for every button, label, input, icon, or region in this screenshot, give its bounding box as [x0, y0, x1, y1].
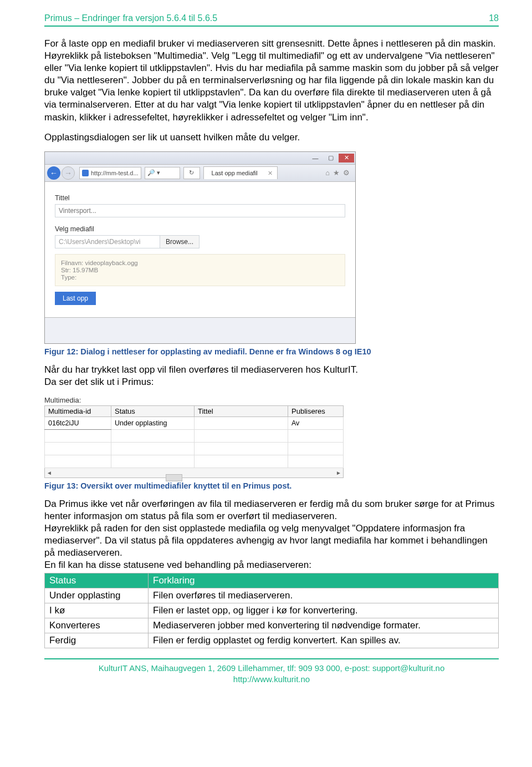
paragraph-5: Høyreklikk på raden for den sist opplast… [44, 522, 499, 559]
tools-icon[interactable]: ⚙ [343, 169, 350, 177]
footer-text: KulturIT ANS, Maihaugvegen 1, 2609 Lille… [99, 663, 372, 673]
table-row[interactable] [45, 429, 344, 442]
scroll-thumb[interactable] [166, 474, 182, 481]
table-row[interactable]: 016tc2iJU Under opplasting Av [45, 416, 344, 429]
maximize-icon[interactable]: ▢ [323, 154, 339, 162]
multimedia-table: Multimedia-id Status Tittel Publiseres 0… [44, 405, 344, 468]
minimize-icon[interactable]: — [308, 154, 323, 162]
file-path-input[interactable] [55, 235, 160, 248]
file-info-box: Filnavn: videoplayback.ogg Str: 15.97MB … [55, 254, 345, 286]
figure-13-caption: Figur 13: Oversikt over multimediafiler … [44, 481, 499, 490]
tab-close-icon[interactable]: ✕ [268, 170, 273, 177]
table-row: Under opplastingFilen overføres til medi… [45, 588, 499, 603]
page-footer: KulturIT ANS, Maihaugvegen 1, 2609 Lille… [44, 663, 499, 685]
table-row: KonverteresMediaserveren jobber med konv… [45, 618, 499, 633]
title-input[interactable] [55, 204, 345, 217]
back-icon[interactable]: ← [47, 166, 60, 180]
scroll-right-icon[interactable]: ► [334, 470, 343, 476]
close-icon[interactable]: ✕ [339, 154, 354, 162]
url-text: http://mm-test.d... [91, 170, 139, 176]
filesize-line: Str: 15.97MB [61, 267, 339, 273]
cell-id: 016tc2iJU [45, 416, 111, 429]
col-publish[interactable]: Publiseres [288, 405, 344, 416]
header-rule [44, 26, 499, 27]
title-label: Tittel [55, 194, 345, 202]
browser-footer [45, 317, 355, 343]
refresh-icon[interactable]: ↻ [183, 167, 200, 179]
paragraph-3a: Når du har trykket last opp vil filen ov… [44, 364, 499, 376]
favicon-icon [82, 170, 89, 176]
scroll-left-icon[interactable]: ◄ [45, 470, 54, 476]
paragraph-6: En fil kan ha disse statusene ved behand… [44, 559, 499, 571]
col-status[interactable]: Status [111, 405, 195, 416]
col-title[interactable]: Tittel [195, 405, 288, 416]
upload-form: Tittel Velg mediafil Browse... Filnavn: … [45, 182, 355, 317]
col-id[interactable]: Multimedia-id [45, 405, 111, 416]
filetype-line: Type: [61, 274, 339, 281]
primus-grid-screenshot: Multimedia: Multimedia-id Status Tittel … [44, 396, 344, 478]
table-row: I køFilen er lastet opp, og ligger i kø … [45, 603, 499, 618]
browse-button[interactable]: Browse... [160, 235, 200, 248]
cell-status: Under opplasting [111, 416, 195, 429]
table-row[interactable] [45, 455, 344, 468]
header-title: Primus – Endringer fra versjon 5.6.4 til… [44, 13, 217, 23]
paragraph-3b: Da ser det slik ut i Primus: [44, 376, 499, 388]
window-titlebar: — ▢ ✕ [45, 152, 355, 165]
tab-label: Last opp mediafil [212, 170, 258, 176]
table-row: FerdigFilen er ferdig opplastet og ferdi… [45, 633, 499, 648]
paragraph-2: Opplastingsdialogen ser lik ut uansett h… [44, 131, 499, 144]
paragraph-1: For å laste opp en mediafil bruker vi me… [44, 38, 499, 124]
forward-icon[interactable]: → [62, 166, 75, 180]
filename-line: Filnavn: videoplayback.ogg [61, 260, 339, 266]
table-row[interactable] [45, 442, 344, 455]
footer-email-link[interactable]: support@kulturit.no [372, 663, 444, 673]
page-number: 18 [489, 13, 499, 23]
address-bar[interactable]: http://mm-test.d... [79, 167, 141, 179]
grid-title: Multimedia: [44, 396, 344, 404]
paragraph-4: Da Primus ikke vet når overføringen av f… [44, 498, 499, 522]
footer-rule [44, 658, 499, 659]
browser-toolbar: ← → http://mm-test.d... 🔎 ▾ ↻ Last opp m… [45, 165, 355, 182]
file-label: Velg mediafil [55, 225, 345, 233]
cell-publish: Av [288, 416, 344, 429]
browser-tab[interactable]: Last opp mediafil ✕ [203, 166, 278, 179]
upload-button[interactable]: Last opp [55, 292, 96, 305]
cell-title [195, 416, 288, 429]
browser-screenshot: — ▢ ✕ ← → http://mm-test.d... 🔎 ▾ ↻ Last… [44, 151, 356, 344]
search-icon: 🔎 ▾ [147, 169, 160, 176]
page-header: Primus – Endringer fra versjon 5.6.4 til… [44, 13, 499, 23]
status-head-desc: Forklaring [149, 573, 499, 588]
status-table: Status Forklaring Under opplastingFilen … [44, 573, 499, 648]
favorites-icon[interactable]: ★ [333, 169, 340, 177]
search-box[interactable]: 🔎 ▾ [145, 167, 180, 179]
figure-12-caption: Figur 12: Dialog i nettleser for opplast… [44, 347, 499, 356]
horizontal-scrollbar[interactable]: ◄ ► [44, 468, 344, 478]
footer-url[interactable]: http://www.kulturit.no [44, 674, 499, 685]
status-head-status: Status [45, 573, 149, 588]
home-icon[interactable]: ⌂ [325, 169, 330, 177]
